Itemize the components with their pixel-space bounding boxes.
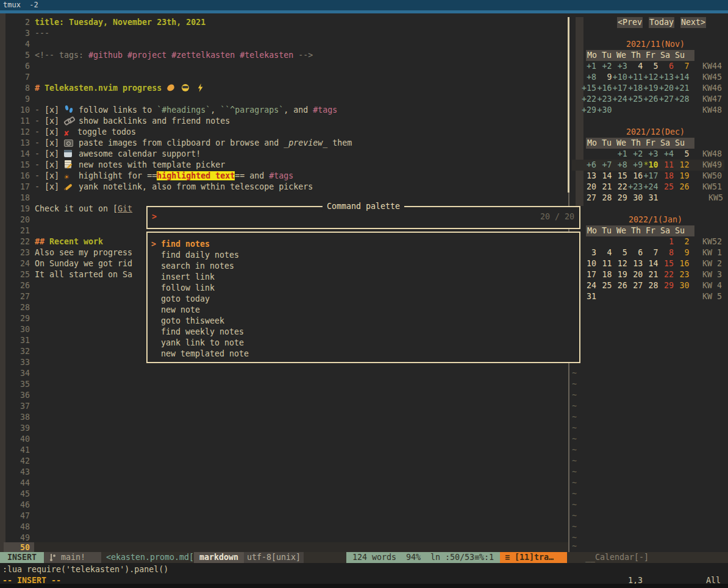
- calendar-day[interactable]: 7: [674, 61, 689, 72]
- calendar-day[interactable]: 5: [613, 247, 627, 258]
- calendar-day[interactable]: 11: [659, 160, 674, 171]
- calendar-day[interactable]: 11: [597, 258, 612, 269]
- calendar-day[interactable]: 28: [597, 193, 612, 204]
- calendar-day[interactable]: 27: [582, 193, 596, 204]
- calendar-day[interactable]: 9: [674, 247, 689, 258]
- calendar-day[interactable]: 21: [644, 269, 658, 280]
- palette-item[interactable]: find weekly notes: [151, 327, 244, 338]
- calendar-day[interactable]: +28: [674, 94, 689, 105]
- calendar-day[interactable]: +8: [613, 160, 627, 171]
- calendar-day[interactable]: 29: [613, 193, 627, 204]
- palette-item[interactable]: new templated note: [151, 349, 249, 360]
- calendar-day[interactable]: 5: [644, 61, 658, 72]
- calendar-day[interactable]: +11: [628, 72, 643, 83]
- calendar-day[interactable]: 21: [597, 182, 612, 193]
- palette-item[interactable]: yank link to note: [151, 338, 244, 349]
- calendar-day[interactable]: 17: [582, 269, 596, 280]
- calendar-day[interactable]: 26: [674, 182, 689, 193]
- calendar-day[interactable]: 20: [582, 182, 596, 193]
- calendar-day[interactable]: 22: [613, 182, 627, 193]
- calendar-day[interactable]: +23: [628, 182, 643, 193]
- calendar-day[interactable]: 10: [582, 258, 596, 269]
- command-palette-prompt[interactable]: Command palette > 20 / 20: [146, 206, 580, 229]
- calendar-day[interactable]: +16: [597, 83, 612, 94]
- calendar-next-button[interactable]: Next>: [680, 17, 706, 28]
- calendar-day[interactable]: 30: [628, 193, 643, 204]
- calendar-day[interactable]: 14: [644, 258, 658, 269]
- calendar-day[interactable]: 18: [597, 269, 612, 280]
- calendar-day[interactable]: 20: [628, 269, 643, 280]
- calendar-prev-button[interactable]: <Prev: [617, 17, 643, 28]
- calendar-day[interactable]: +20: [659, 83, 674, 94]
- calendar-day[interactable]: +9: [628, 160, 643, 171]
- calendar-day[interactable]: +19: [644, 83, 658, 94]
- calendar-day[interactable]: 28: [644, 280, 658, 291]
- calendar-day[interactable]: 4: [597, 247, 612, 258]
- calendar-day[interactable]: 16: [674, 258, 689, 269]
- calendar-day[interactable]: +12: [644, 72, 658, 83]
- calendar-day[interactable]: 14: [597, 171, 612, 182]
- calendar-day[interactable]: 29: [659, 280, 674, 291]
- calendar-day[interactable]: 12: [674, 160, 689, 171]
- calendar-day[interactable]: +18: [628, 83, 643, 94]
- calendar-day[interactable]: 24: [582, 280, 596, 291]
- calendar-day[interactable]: +13: [659, 72, 674, 83]
- calendar-day[interactable]: 16: [628, 171, 643, 182]
- calendar-day[interactable]: +22: [582, 94, 596, 105]
- calendar-day[interactable]: 23: [674, 269, 689, 280]
- palette-item[interactable]: goto today: [151, 294, 210, 305]
- calendar-day[interactable]: +7: [597, 160, 612, 171]
- palette-item[interactable]: new note: [151, 305, 200, 316]
- calendar-day[interactable]: +17: [613, 83, 627, 94]
- calendar-day[interactable]: +26: [644, 94, 658, 105]
- calendar-day[interactable]: 15: [659, 258, 674, 269]
- calendar-day[interactable]: +24: [644, 182, 658, 193]
- palette-item[interactable]: > find notes: [151, 239, 210, 250]
- palette-item[interactable]: search in notes: [151, 261, 234, 272]
- calendar-day[interactable]: 31: [582, 291, 596, 302]
- calendar-day[interactable]: 26: [613, 280, 627, 291]
- calendar-day[interactable]: 30: [674, 280, 689, 291]
- calendar-day[interactable]: 13: [582, 171, 596, 182]
- calendar-day[interactable]: 27: [628, 280, 643, 291]
- calendar-day[interactable]: 12: [613, 258, 627, 269]
- calendar-day[interactable]: +8: [582, 72, 596, 83]
- calendar-day[interactable]: +17: [644, 171, 658, 182]
- calendar-day[interactable]: 6: [628, 247, 643, 258]
- calendar-day[interactable]: 3: [582, 247, 596, 258]
- command-line[interactable]: :lua require('telekasten').panel(): [2, 564, 168, 575]
- palette-item[interactable]: insert link: [151, 272, 215, 283]
- calendar-day[interactable]: 4: [628, 61, 643, 72]
- calendar-day[interactable]: 2: [674, 236, 689, 247]
- calendar-day[interactable]: +25: [628, 94, 643, 105]
- calendar-day[interactable]: 19: [613, 269, 627, 280]
- calendar-day[interactable]: +30: [597, 105, 612, 116]
- calendar-day[interactable]: +10: [613, 72, 627, 83]
- calendar-day[interactable]: 1: [659, 236, 674, 247]
- calendar-day[interactable]: +6: [582, 160, 596, 171]
- calendar-day[interactable]: 9: [597, 72, 612, 83]
- calendar-day[interactable]: +3: [613, 61, 627, 72]
- calendar-day[interactable]: +23: [597, 94, 612, 105]
- calendar-day[interactable]: 15: [613, 171, 627, 182]
- calendar-day[interactable]: +14: [674, 72, 689, 83]
- palette-item[interactable]: find daily notes: [151, 250, 239, 261]
- calendar-day[interactable]: +2: [628, 149, 643, 160]
- calendar-day[interactable]: 25: [597, 280, 612, 291]
- calendar-day[interactable]: 7: [644, 247, 658, 258]
- calendar-day[interactable]: +29: [582, 105, 596, 116]
- calendar-day[interactable]: +1: [582, 61, 596, 72]
- calendar-day[interactable]: +4: [659, 149, 674, 160]
- calendar-day[interactable]: +2: [597, 61, 612, 72]
- calendar-today-button[interactable]: Today: [649, 17, 674, 28]
- calendar-day[interactable]: +3: [644, 149, 658, 160]
- calendar-day[interactable]: +24: [613, 94, 627, 105]
- calendar-day[interactable]: 22: [659, 269, 674, 280]
- calendar-day[interactable]: +1: [613, 149, 627, 160]
- calendar-day[interactable]: 5: [674, 149, 689, 160]
- calendar-day[interactable]: +21: [674, 83, 689, 94]
- calendar-day[interactable]: 13: [628, 258, 643, 269]
- calendar-day[interactable]: 25: [659, 182, 674, 193]
- calendar-day[interactable]: 8: [659, 247, 674, 258]
- calendar-day[interactable]: 19: [674, 171, 689, 182]
